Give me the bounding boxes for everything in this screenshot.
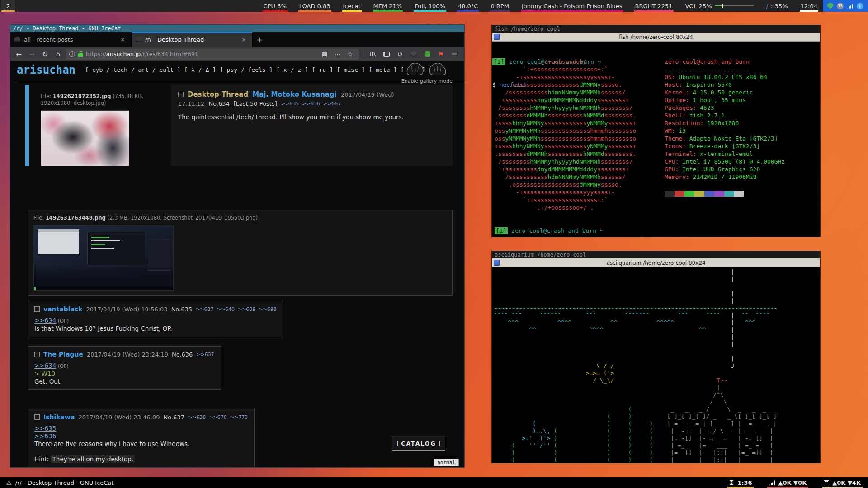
post-number[interactable]: No.635 <box>171 306 192 313</box>
bookmark-star-icon[interactable]: ☆ <box>345 51 355 58</box>
vpn-shield-icon[interactable] <box>827 3 833 9</box>
home-button[interactable]: ⌂ <box>52 48 64 60</box>
url-text[interactable]: https://arisuchan.jp/r/res/634.html#691 <box>86 51 316 57</box>
board-link[interactable]: [ misc ] <box>337 66 365 73</box>
post-body: >>634 (OP)Is that Windows 10? Jesus Fuck… <box>34 317 277 333</box>
warning-icon: ⚠ <box>6 479 12 486</box>
reply-backlink[interactable]: >>635 <box>281 101 299 107</box>
post-checkbox[interactable] <box>34 306 40 312</box>
signal-bars-icon <box>769 480 775 485</box>
green-extension-icon[interactable] <box>421 48 433 60</box>
tab-close-icon[interactable]: × <box>118 35 127 44</box>
reload-button[interactable]: ↻ <box>39 48 51 60</box>
library-icon[interactable] <box>367 48 379 60</box>
reply-backlink[interactable]: >>689 <box>238 306 255 312</box>
post-cite-link[interactable]: >>635 <box>34 425 56 432</box>
post-number[interactable]: No.636 <box>172 351 193 358</box>
fish-terminal-content[interactable]: [I] zero-cool@crash-and-burn ~ $ neofetc… <box>492 42 820 237</box>
fish-terminal-menubar[interactable]: fish /home/zero-cool 80x24 <box>492 33 820 42</box>
focused-window-title: /r/ - Desktop Thread - GNU IceCat <box>15 479 114 486</box>
reply-backlink[interactable]: >>670 <box>209 414 226 420</box>
post-panel: vantablack2017/04/19 (Wed) 19:56:03No.63… <box>28 301 283 337</box>
op-time: 17:11:12 <box>178 100 204 107</box>
post-checkbox[interactable] <box>34 414 40 420</box>
op-post-number[interactable]: No.634 <box>208 100 229 107</box>
post-cite-link[interactable]: >>636 <box>34 432 56 440</box>
board-link[interactable]: [ x / z ] <box>276 66 308 73</box>
reply-backlink[interactable]: >>667 <box>323 101 341 107</box>
reply-backlink[interactable]: >>637 <box>196 352 214 357</box>
post-cite-link[interactable]: >>634 <box>34 317 56 324</box>
status-block: icecat <box>342 0 362 12</box>
bottom-status-blocks: 1:36▲0K ▼0K▲0K ▼4K <box>727 477 868 488</box>
neofetch-color-palette <box>665 191 744 197</box>
board-link[interactable]: [ ru ] <box>312 66 333 73</box>
board-link[interactable]: [ psy / feels ] <box>220 66 273 73</box>
op-file-link[interactable]: 1492621872352.jpg <box>53 93 111 99</box>
board-link[interactable]: [ meta ] <box>368 66 397 73</box>
catalog-bracket: ] <box>438 440 440 447</box>
network-signal-icon[interactable] <box>847 4 853 9</box>
bluetooth-icon[interactable]: ᛒ <box>857 3 863 9</box>
reply-backlink[interactable]: >>636 <box>302 101 320 107</box>
https-lock-icon[interactable] <box>78 53 83 57</box>
workspace-button[interactable]: 2 <box>1 0 15 12</box>
file2-link[interactable]: 1492631763448.png <box>46 215 106 221</box>
fish-window-titlebar[interactable]: fish /home/zero-cool <box>491 25 821 33</box>
board-link[interactable]: [ cyb / tech / art / cult ] <box>85 66 180 73</box>
style-selector[interactable]: normal <box>434 459 459 466</box>
catalog-button[interactable]: [ CATALOG ] <box>392 436 445 451</box>
file2-thumbnail-image[interactable] <box>33 225 174 291</box>
badge-13-icon[interactable]: 13 <box>837 3 844 9</box>
post-header: The Plague2017/04/19 (Wed) 23:24:19No.63… <box>34 351 214 358</box>
system-tray: 13 ᛒ <box>823 0 868 12</box>
volume-slider[interactable] <box>715 4 754 8</box>
forward-button[interactable]: → <box>26 48 38 60</box>
asciiquarium-content[interactable]: | | | <box>492 267 820 463</box>
enable-gallery-mode-link[interactable]: Enable gallery mode <box>401 78 453 84</box>
reply-backlink[interactable]: >>698 <box>259 306 276 312</box>
reply-backlink[interactable]: >>640 <box>217 306 234 312</box>
history-sync-icon[interactable]: ↺ <box>394 48 406 60</box>
last-50-posts-link[interactable]: [Last 50 Posts] <box>234 100 277 107</box>
asciiquarium-window: asciiquarium /home/zero-cool asciiquariu… <box>491 251 821 463</box>
op-poster-name: Maj. Motoko Kusanagi <box>252 90 337 99</box>
status-block: ▲0K ▼4K <box>822 477 863 488</box>
post-header: Ishikawa2017/04/19 (Wed) 23:46:09No.637>… <box>34 413 248 421</box>
browser-tab[interactable]: all - recent posts× <box>10 32 132 47</box>
sidebar-toggle-icon[interactable] <box>381 48 392 60</box>
reply-backlink[interactable]: >>638 <box>188 414 206 420</box>
op-post-panel: Desktop Thread Maj. Motoko Kusanagi 2017… <box>171 85 453 166</box>
asciiquarium-window-titlebar[interactable]: asciiquarium /home/zero-cool <box>491 251 821 258</box>
op-file-info: File: 1492621872352.jpg (735.88 KB, 1920… <box>41 93 165 107</box>
site-info-icon[interactable]: i <box>69 51 75 57</box>
board-link[interactable]: [ λ / Δ ] <box>184 66 216 73</box>
post-panel: The Plague2017/04/19 (Wed) 23:24:19No.63… <box>28 346 221 390</box>
post-checkbox[interactable] <box>34 352 40 357</box>
post-number[interactable]: No.637 <box>164 414 184 421</box>
op-thumbnail-image[interactable] <box>41 110 129 166</box>
site-logo[interactable]: arisuchan <box>17 64 75 76</box>
page-actions-icon[interactable]: ⋯ <box>332 51 342 58</box>
post-cite-link[interactable]: >>634 <box>34 362 56 369</box>
reply-backlink[interactable]: >>773 <box>230 414 248 420</box>
new-tab-button[interactable]: + <box>253 32 266 47</box>
post-panel: Ishikawa2017/04/19 (Wed) 23:46:09No.637>… <box>28 409 255 468</box>
tab-close-icon[interactable]: × <box>240 35 248 44</box>
menu-hamburger-icon[interactable]: ☰ <box>448 48 460 60</box>
post-header: vantablack2017/04/19 (Wed) 19:56:03No.63… <box>34 305 277 313</box>
browser-tab[interactable]: /r/ - Desktop Thread× <box>132 32 253 47</box>
op-checkbox[interactable] <box>178 92 184 97</box>
url-bar[interactable]: i https://arisuchan.jp/r/res/634.html#69… <box>66 49 359 60</box>
fish-terminal-window: fish /home/zero-cool fish /home/zero-coo… <box>491 25 821 237</box>
back-button[interactable]: ← <box>13 48 24 60</box>
tab-title: all - recent posts <box>24 36 115 43</box>
asciiquarium-menubar[interactable]: asciiquarium /home/zero-cool 80x24 <box>492 258 820 267</box>
browser-window-titlebar[interactable]: /r/ - Desktop Thread - GNU IceCat <box>10 24 465 32</box>
mask-extension-icon[interactable] <box>408 48 420 60</box>
flag-extension-icon[interactable]: ⚑ <box>435 48 447 60</box>
status-block: ▲0K ▼0K <box>767 477 808 488</box>
op-subject: Desktop Thread <box>188 90 248 99</box>
reader-mode-icon[interactable]: ▤ <box>320 51 329 58</box>
reply-backlink[interactable]: >>637 <box>196 306 213 312</box>
